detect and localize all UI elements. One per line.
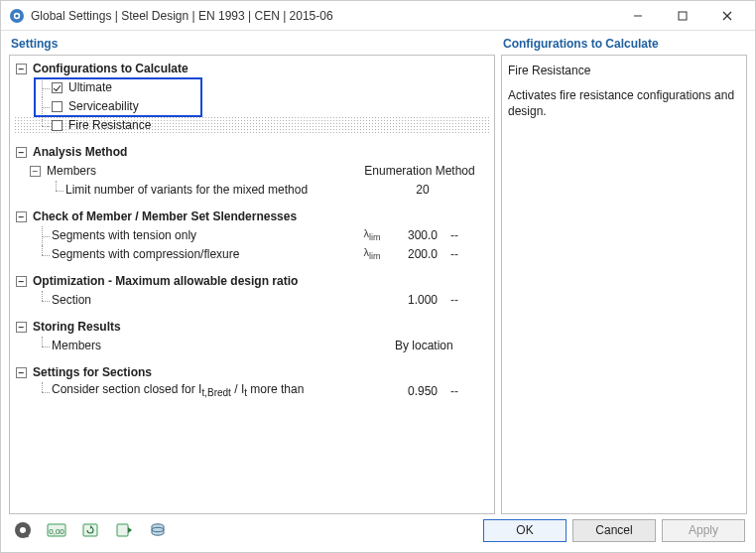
tree-connector (36, 78, 52, 97)
config-serviceability-label: Serviceability (68, 97, 139, 116)
sections-closed-row[interactable]: Consider section closed for It,Bredt / I… (14, 382, 490, 401)
sections-closed-value[interactable]: 0.950 (395, 382, 450, 401)
details-box: Fire Resistance Activates fire resistanc… (501, 55, 747, 514)
slender-flex-label: Segments with compression/flexure (52, 245, 239, 264)
slender-flex-value[interactable]: 200.0 (395, 245, 450, 264)
apply-button[interactable]: Apply (662, 519, 745, 542)
analysis-members-row[interactable]: − Members Enumeration Method (14, 162, 490, 181)
enum-method-header: Enumeration Method (349, 162, 490, 181)
config-fire-row[interactable]: Fire Resistance (14, 116, 490, 135)
group-analysis[interactable]: − Analysis Method (14, 143, 490, 162)
details-description: Activates fire resistance configurations… (508, 87, 740, 119)
dialog-footer: 0,00 OK Cancel Apply (1, 514, 755, 552)
tree-connector (36, 337, 52, 355)
tree-connector (36, 245, 52, 264)
collapse-icon[interactable]: − (16, 367, 27, 378)
analysis-limit-value[interactable]: 20 (395, 181, 450, 200)
collapse-icon[interactable]: − (16, 276, 27, 287)
group-label: Configurations to Calculate (33, 60, 189, 78)
group-configs[interactable]: − Configurations to Calculate (14, 60, 490, 78)
analysis-limit-row[interactable]: Limit number of variants for the mixed m… (14, 181, 490, 200)
tree-connector (36, 226, 52, 245)
slender-tension-row[interactable]: Segments with tension only λlim 300.0 -- (14, 226, 490, 245)
sections-closed-label: Consider section closed for It,Bredt / I… (52, 380, 304, 402)
storing-members-value[interactable]: By location (395, 337, 490, 355)
svg-point-2 (15, 14, 18, 17)
settings-panel: Settings − Configurations to Calculate U… (9, 35, 495, 514)
maximize-button[interactable] (660, 2, 704, 30)
app-icon (9, 8, 25, 24)
svg-rect-4 (679, 12, 687, 20)
opt-section-value[interactable]: 1.000 (395, 291, 450, 310)
collapse-icon[interactable]: − (16, 64, 27, 74)
storing-members-row[interactable]: Members By location (14, 337, 490, 355)
settings-tree[interactable]: − Configurations to Calculate Ultimate S… (9, 55, 495, 514)
analysis-limit-label: Limit number of variants for the mixed m… (65, 181, 308, 200)
collapse-icon[interactable]: − (16, 322, 27, 333)
svg-text:0,00: 0,00 (49, 527, 64, 536)
storing-members-label: Members (52, 337, 101, 355)
export-icon[interactable] (112, 518, 136, 542)
settings-panel-title: Settings (11, 37, 495, 51)
group-slenderness[interactable]: − Check of Member / Member Set Slenderne… (14, 207, 490, 226)
group-storing[interactable]: − Storing Results (14, 318, 490, 337)
tree-connector (36, 291, 52, 310)
config-ultimate-row[interactable]: Ultimate (14, 78, 490, 97)
collapse-icon[interactable]: − (16, 147, 27, 158)
svg-rect-14 (117, 524, 128, 536)
unit-dash: -- (450, 245, 490, 264)
tree-connector (36, 97, 52, 116)
titlebar: Global Settings | Steel Design | EN 1993… (1, 1, 755, 31)
checkbox-serviceability[interactable] (52, 101, 63, 112)
slender-tension-value[interactable]: 300.0 (395, 226, 450, 245)
help-icon[interactable] (11, 518, 35, 542)
window-title: Global Settings | Steel Design | EN 1993… (31, 9, 615, 23)
group-label: Optimization - Maximum allowable design … (33, 272, 298, 291)
group-label: Check of Member / Member Set Slenderness… (33, 207, 297, 226)
group-label: Settings for Sections (33, 363, 152, 382)
unit-dash: -- (450, 226, 490, 245)
tree-connector (36, 116, 52, 135)
collapse-icon[interactable]: − (16, 211, 27, 222)
group-sections[interactable]: − Settings for Sections (14, 363, 490, 382)
tree-connector (50, 181, 65, 200)
lambda-symbol: λlim (364, 246, 381, 258)
details-panel: Configurations to Calculate Fire Resista… (501, 35, 747, 514)
config-fire-label: Fire Resistance (68, 116, 151, 135)
ok-button[interactable]: OK (483, 519, 567, 542)
minimize-button[interactable] (615, 2, 660, 30)
slender-flex-row[interactable]: Segments with compression/flexure λlim 2… (14, 245, 490, 264)
group-label: Analysis Method (33, 143, 127, 162)
details-heading: Fire Resistance (508, 64, 740, 77)
opt-section-label: Section (52, 291, 91, 310)
window-controls (615, 2, 749, 30)
collapse-icon[interactable]: − (30, 166, 41, 177)
cancel-button[interactable]: Cancel (572, 519, 656, 542)
details-panel-title: Configurations to Calculate (503, 37, 747, 51)
config-ultimate-label: Ultimate (68, 78, 112, 97)
group-label: Storing Results (33, 318, 121, 337)
analysis-members-label: Members (47, 162, 96, 181)
group-optimization[interactable]: − Optimization - Maximum allowable desig… (14, 272, 490, 291)
checkbox-ultimate[interactable] (52, 82, 63, 93)
checkbox-fire[interactable] (52, 120, 63, 131)
refresh-icon[interactable] (78, 518, 102, 542)
config-serviceability-row[interactable]: Serviceability (14, 97, 490, 116)
opt-section-row[interactable]: Section 1.000 -- (14, 291, 490, 310)
svg-marker-15 (128, 527, 132, 533)
svg-point-8 (20, 527, 26, 533)
footer-tools: 0,00 (11, 518, 170, 542)
footer-buttons: OK Cancel Apply (483, 519, 745, 542)
lambda-symbol: λlim (364, 227, 381, 239)
unit-dash: -- (450, 382, 490, 401)
slender-tension-label: Segments with tension only (52, 226, 196, 245)
units-icon[interactable]: 0,00 (45, 518, 68, 542)
tree-connector (36, 382, 52, 401)
unit-dash: -- (450, 291, 490, 310)
database-icon[interactable] (146, 518, 170, 542)
dialog-window: Global Settings | Steel Design | EN 1993… (0, 0, 756, 553)
dialog-body: Settings − Configurations to Calculate U… (1, 31, 755, 514)
close-button[interactable] (704, 2, 749, 30)
